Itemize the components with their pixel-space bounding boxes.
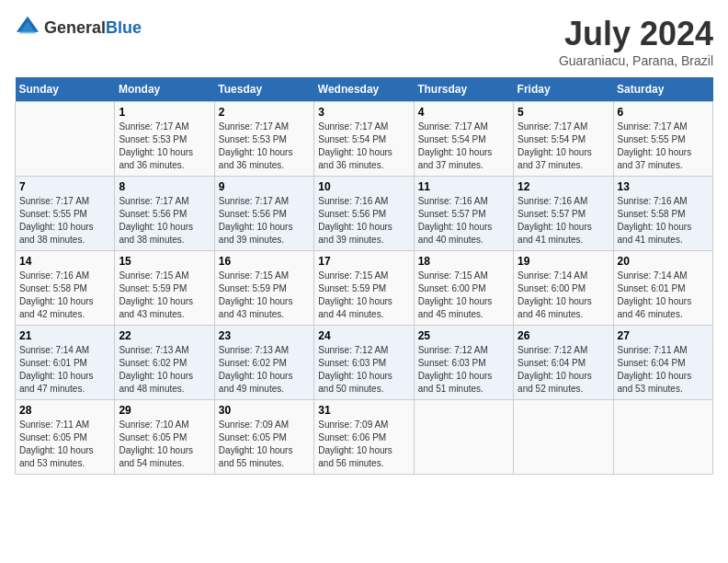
day-number: 22 (119, 329, 210, 342)
day-number: 12 (518, 180, 609, 193)
day-info: Sunrise: 7:09 AM Sunset: 6:05 PM Dayligh… (219, 419, 310, 470)
day-number: 18 (418, 255, 509, 268)
calendar-cell: 24Sunrise: 7:12 AM Sunset: 6:03 PM Dayli… (314, 326, 414, 400)
day-number: 8 (119, 180, 210, 193)
calendar-cell: 27Sunrise: 7:11 AM Sunset: 6:04 PM Dayli… (613, 326, 712, 400)
day-number: 13 (618, 180, 709, 193)
calendar-cell: 11Sunrise: 7:16 AM Sunset: 5:57 PM Dayli… (414, 177, 513, 251)
calendar-cell: 8Sunrise: 7:17 AM Sunset: 5:56 PM Daylig… (115, 177, 214, 251)
calendar-cell: 25Sunrise: 7:12 AM Sunset: 6:03 PM Dayli… (414, 326, 513, 400)
calendar-cell: 21Sunrise: 7:14 AM Sunset: 6:01 PM Dayli… (16, 326, 115, 400)
calendar-cell: 22Sunrise: 7:13 AM Sunset: 6:02 PM Dayli… (115, 326, 214, 400)
day-info: Sunrise: 7:15 AM Sunset: 5:59 PM Dayligh… (119, 270, 210, 321)
calendar-cell (414, 400, 513, 475)
day-number: 25 (418, 329, 509, 342)
day-info: Sunrise: 7:12 AM Sunset: 6:03 PM Dayligh… (318, 344, 409, 396)
day-info: Sunrise: 7:16 AM Sunset: 5:56 PM Dayligh… (318, 195, 409, 247)
day-info: Sunrise: 7:11 AM Sunset: 6:05 PM Dayligh… (19, 419, 110, 470)
calendar-cell: 19Sunrise: 7:14 AM Sunset: 6:00 PM Dayli… (514, 251, 613, 326)
day-number: 3 (318, 106, 409, 119)
day-number: 11 (418, 180, 509, 193)
calendar-week-4: 21Sunrise: 7:14 AM Sunset: 6:01 PM Dayli… (16, 326, 713, 400)
logo-general: General (44, 18, 106, 37)
calendar-cell: 29Sunrise: 7:10 AM Sunset: 6:05 PM Dayli… (115, 400, 214, 475)
day-number: 10 (318, 180, 409, 193)
calendar-cell: 4Sunrise: 7:17 AM Sunset: 5:54 PM Daylig… (414, 102, 513, 177)
day-info: Sunrise: 7:14 AM Sunset: 6:00 PM Dayligh… (518, 270, 609, 321)
calendar-cell: 6Sunrise: 7:17 AM Sunset: 5:55 PM Daylig… (613, 102, 712, 177)
calendar-cell (16, 102, 115, 177)
calendar-cell (613, 400, 712, 475)
calendar-cell: 14Sunrise: 7:16 AM Sunset: 5:58 PM Dayli… (16, 251, 115, 326)
calendar-cell: 15Sunrise: 7:15 AM Sunset: 5:59 PM Dayli… (115, 251, 214, 326)
day-number: 4 (418, 106, 509, 119)
calendar-week-5: 28Sunrise: 7:11 AM Sunset: 6:05 PM Dayli… (16, 400, 713, 475)
day-info: Sunrise: 7:10 AM Sunset: 6:05 PM Dayligh… (119, 419, 210, 470)
day-info: Sunrise: 7:15 AM Sunset: 5:59 PM Dayligh… (318, 270, 409, 321)
calendar-cell (514, 400, 613, 475)
day-number: 19 (518, 255, 609, 268)
calendar-cell: 30Sunrise: 7:09 AM Sunset: 6:05 PM Dayli… (214, 400, 313, 475)
day-info: Sunrise: 7:09 AM Sunset: 6:06 PM Dayligh… (318, 419, 409, 470)
day-info: Sunrise: 7:16 AM Sunset: 5:58 PM Dayligh… (19, 270, 110, 321)
calendar-cell: 16Sunrise: 7:15 AM Sunset: 5:59 PM Dayli… (214, 251, 313, 326)
day-info: Sunrise: 7:12 AM Sunset: 6:03 PM Dayligh… (418, 344, 509, 396)
day-info: Sunrise: 7:14 AM Sunset: 6:01 PM Dayligh… (618, 270, 709, 321)
header-cell-thursday: Thursday (414, 77, 513, 102)
day-number: 9 (219, 180, 310, 193)
calendar-week-1: 1Sunrise: 7:17 AM Sunset: 5:53 PM Daylig… (16, 102, 713, 177)
calendar-cell: 9Sunrise: 7:17 AM Sunset: 5:56 PM Daylig… (214, 177, 313, 251)
header-cell-saturday: Saturday (613, 77, 712, 102)
day-info: Sunrise: 7:16 AM Sunset: 5:58 PM Dayligh… (618, 195, 709, 247)
header-cell-friday: Friday (514, 77, 613, 102)
title-block: July 2024 Guaraniacu, Parana, Brazil (559, 15, 713, 68)
day-number: 26 (518, 329, 609, 342)
calendar-cell: 26Sunrise: 7:12 AM Sunset: 6:04 PM Dayli… (514, 326, 613, 400)
calendar-title: July 2024 (559, 15, 713, 53)
calendar-location: Guaraniacu, Parana, Brazil (559, 53, 713, 68)
day-number: 17 (318, 255, 409, 268)
day-info: Sunrise: 7:17 AM Sunset: 5:55 PM Dayligh… (19, 195, 110, 247)
day-info: Sunrise: 7:11 AM Sunset: 6:04 PM Dayligh… (618, 344, 709, 396)
day-number: 20 (618, 255, 709, 268)
calendar-cell: 5Sunrise: 7:17 AM Sunset: 5:54 PM Daylig… (514, 102, 613, 177)
calendar-week-3: 14Sunrise: 7:16 AM Sunset: 5:58 PM Dayli… (16, 251, 713, 326)
day-info: Sunrise: 7:13 AM Sunset: 6:02 PM Dayligh… (219, 344, 310, 396)
day-info: Sunrise: 7:16 AM Sunset: 5:57 PM Dayligh… (418, 195, 509, 247)
day-info: Sunrise: 7:17 AM Sunset: 5:54 PM Dayligh… (318, 121, 409, 172)
day-number: 16 (219, 255, 310, 268)
calendar-cell: 23Sunrise: 7:13 AM Sunset: 6:02 PM Dayli… (214, 326, 313, 400)
header-cell-wednesday: Wednesday (314, 77, 414, 102)
day-info: Sunrise: 7:12 AM Sunset: 6:04 PM Dayligh… (518, 344, 609, 396)
day-info: Sunrise: 7:15 AM Sunset: 6:00 PM Dayligh… (418, 270, 509, 321)
day-info: Sunrise: 7:17 AM Sunset: 5:56 PM Dayligh… (219, 195, 310, 247)
calendar-cell: 17Sunrise: 7:15 AM Sunset: 5:59 PM Dayli… (314, 251, 414, 326)
calendar-cell: 1Sunrise: 7:17 AM Sunset: 5:53 PM Daylig… (115, 102, 214, 177)
logo-blue: Blue (106, 18, 142, 37)
calendar-header: SundayMondayTuesdayWednesdayThursdayFrid… (16, 77, 713, 102)
calendar-cell: 28Sunrise: 7:11 AM Sunset: 6:05 PM Dayli… (16, 400, 115, 475)
header-cell-monday: Monday (115, 77, 214, 102)
day-number: 29 (119, 404, 210, 417)
day-number: 31 (318, 404, 409, 417)
day-number: 7 (19, 180, 110, 193)
day-number: 2 (219, 106, 310, 119)
day-info: Sunrise: 7:16 AM Sunset: 5:57 PM Dayligh… (518, 195, 609, 247)
day-number: 1 (119, 106, 210, 119)
day-info: Sunrise: 7:17 AM Sunset: 5:56 PM Dayligh… (119, 195, 210, 247)
day-number: 21 (19, 329, 110, 342)
logo: GeneralBlue (15, 15, 142, 40)
calendar-cell: 2Sunrise: 7:17 AM Sunset: 5:53 PM Daylig… (214, 102, 313, 177)
day-number: 24 (318, 329, 409, 342)
calendar-cell: 7Sunrise: 7:17 AM Sunset: 5:55 PM Daylig… (16, 177, 115, 251)
calendar-cell: 13Sunrise: 7:16 AM Sunset: 5:58 PM Dayli… (613, 177, 712, 251)
day-number: 28 (19, 404, 110, 417)
header-row: SundayMondayTuesdayWednesdayThursdayFrid… (16, 77, 713, 102)
calendar-table: SundayMondayTuesdayWednesdayThursdayFrid… (15, 77, 713, 475)
day-info: Sunrise: 7:17 AM Sunset: 5:53 PM Dayligh… (219, 121, 310, 172)
day-number: 14 (19, 255, 110, 268)
calendar-body: 1Sunrise: 7:17 AM Sunset: 5:53 PM Daylig… (16, 102, 713, 475)
day-number: 5 (518, 106, 609, 119)
day-info: Sunrise: 7:17 AM Sunset: 5:54 PM Dayligh… (518, 121, 609, 172)
day-number: 30 (219, 404, 310, 417)
